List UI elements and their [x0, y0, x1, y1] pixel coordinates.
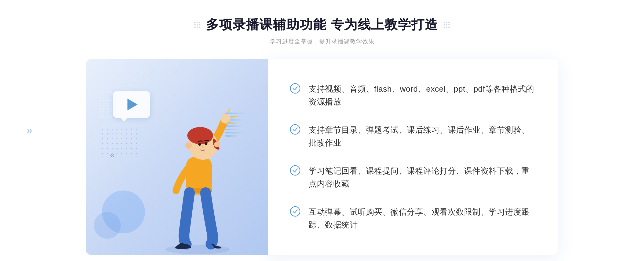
illus-circle-small	[94, 212, 121, 239]
svg-point-1	[221, 114, 230, 124]
features-card: 支持视频、音频、flash、word、excel、ppt、pdf等各种格式的资源…	[268, 59, 558, 255]
play-bubble	[113, 91, 150, 121]
svg-line-12	[228, 121, 233, 124]
feature-item-1: 支持视频、音频、flash、word、excel、ppt、pdf等各种格式的资源…	[290, 75, 537, 116]
svg-line-10	[227, 109, 230, 114]
svg-point-8	[185, 142, 192, 149]
dots-icon-right	[444, 22, 450, 28]
dots-icon-left	[194, 22, 200, 28]
illus-arrows-icon: «	[110, 150, 115, 160]
svg-point-9	[214, 141, 220, 147]
svg-point-6	[198, 143, 201, 146]
svg-point-15	[290, 166, 300, 175]
svg-point-13	[290, 84, 300, 93]
play-icon	[127, 99, 138, 110]
feature-text-4: 互动弹幕、试听购买、微信分享、观看次数限制、学习进度跟踪、数据统计	[309, 206, 537, 231]
play-bubble-tail	[121, 118, 127, 122]
page-wrapper: » 多项录播课辅助功能 专为线上教学打造 学习进度全掌握，提升录播课教学效果	[0, 0, 644, 261]
page-header: 多项录播课辅助功能 专为线上教学打造 学习进度全掌握，提升录播课教学效果	[194, 16, 449, 46]
feature-text-3: 学习笔记回看、课程提问、课程评论打分、课件资料下载，重点内容收藏	[309, 165, 537, 190]
page-title: 多项录播课辅助功能 专为线上教学打造	[206, 16, 438, 33]
illus-dots-pattern	[102, 129, 138, 155]
check-icon-4	[290, 206, 301, 217]
check-icon-1	[290, 83, 301, 94]
title-row: 多项录播课辅助功能 专为线上教学打造	[194, 16, 449, 33]
svg-point-14	[290, 125, 300, 134]
svg-line-11	[231, 116, 236, 118]
check-icon-2	[290, 124, 301, 135]
svg-point-16	[290, 207, 300, 216]
svg-point-7	[205, 142, 207, 145]
human-figure-illustration	[147, 99, 248, 255]
main-content: «	[86, 59, 558, 255]
feature-item-2: 支持章节目录、弹题考试、课后练习、课后作业、章节测验、批改作业	[290, 116, 537, 157]
illustration-card: «	[86, 59, 268, 255]
page-subtitle: 学习进度全掌握，提升录播课教学效果	[194, 38, 449, 46]
play-bubble-box	[113, 91, 150, 118]
feature-text-2: 支持章节目录、弹题考试、课后练习、课后作业、章节测验、批改作业	[309, 124, 537, 149]
svg-point-0	[165, 245, 230, 254]
check-icon-3	[290, 165, 301, 176]
feature-item-4: 互动弹幕、试听购买、微信分享、观看次数限制、学习进度跟踪、数据统计	[290, 198, 537, 239]
feature-item-3: 学习笔记回看、课程提问、课程评论打分、课件资料下载，重点内容收藏	[290, 157, 537, 198]
chevron-left-decoration: »	[27, 125, 32, 136]
feature-text-1: 支持视频、音频、flash、word、excel、ppt、pdf等各种格式的资源…	[309, 83, 537, 108]
